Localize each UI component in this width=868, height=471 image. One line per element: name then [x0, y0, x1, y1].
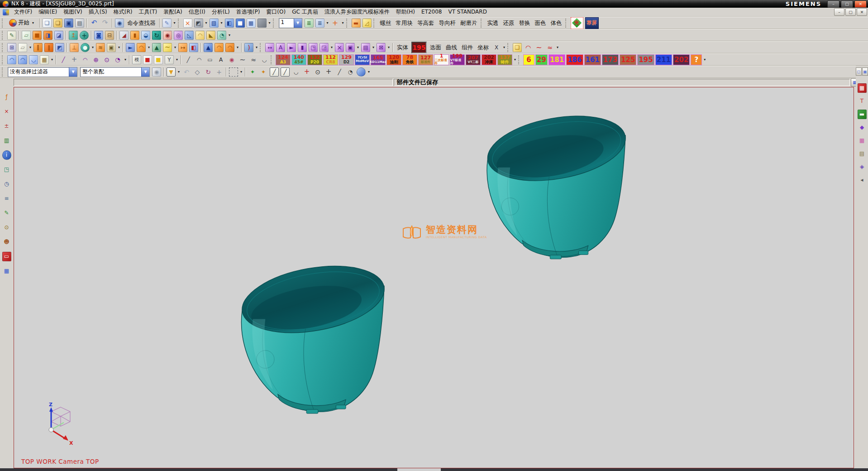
toolbar-grip[interactable]	[346, 19, 349, 28]
toolbar-grip[interactable]	[518, 55, 521, 64]
material-button-120[interactable]: 120油刚	[386, 54, 401, 65]
material-button-129[interactable]: 129D2	[339, 54, 354, 65]
dropdown-arrow[interactable]: ▾	[371, 43, 376, 53]
dropdown-arrow[interactable]: ▾	[555, 43, 560, 53]
sketch-arc-icon[interactable]: ◠	[194, 54, 204, 65]
material-button-140[interactable]: 14045#	[291, 54, 306, 65]
sync-offset-icon[interactable]: ◳	[308, 42, 318, 53]
sync-paste-face-icon[interactable]: ▤	[361, 42, 371, 53]
button-daoxianggan[interactable]: 导向杆	[437, 19, 458, 28]
wcs-icon[interactable]: +	[330, 18, 340, 28]
block-icon[interactable]: ■	[32, 30, 42, 40]
ball-feature-icon[interactable]: ●	[80, 42, 90, 53]
left-rail-icon-macro[interactable]: ƒ	[2, 92, 11, 101]
cylinder-pair-icon[interactable]: ‖	[33, 42, 43, 53]
material-button-127[interactable]: 127标准件	[418, 54, 433, 65]
menu-item-8[interactable]: 信息(I)	[186, 8, 209, 15]
button-zujian[interactable]: 组件	[459, 43, 475, 52]
left-rail-icon-list[interactable]: ≡	[2, 194, 11, 203]
left-rail-icon-search[interactable]: ⊙	[2, 223, 11, 232]
menu-item-9[interactable]: 分析(L)	[209, 8, 233, 15]
gears-icon[interactable]: ◉	[152, 67, 162, 77]
cube-icon[interactable]: ◪	[54, 30, 64, 40]
sheet-icon[interactable]: ▱	[18, 42, 28, 53]
sync-adaptive-icon[interactable]: A	[276, 42, 286, 53]
toolbar-grip[interactable]	[178, 19, 181, 28]
dropdown-arrow[interactable]: ▾	[502, 43, 506, 53]
button-luosi[interactable]: 螺丝	[378, 19, 394, 28]
snap-plus-icon[interactable]: +	[324, 67, 334, 77]
sync-resize-icon[interactable]: ▮	[297, 42, 307, 53]
angle-measure-icon[interactable]: ◿	[362, 18, 372, 28]
split-cylinder-icon[interactable]: ∥	[44, 42, 54, 53]
sphere-display-icon[interactable]	[356, 67, 366, 77]
button-zuobiao[interactable]: 坐标	[475, 43, 491, 52]
marquee-icon[interactable]	[229, 67, 238, 77]
print-icon[interactable]: ▤	[75, 18, 85, 28]
csys-x-icon[interactable]: X	[491, 42, 501, 53]
dropdown-arrow[interactable]: ▾	[123, 55, 128, 65]
torus-icon[interactable]: ◎	[173, 30, 183, 40]
dropdown-arrow[interactable]: ▾	[227, 30, 232, 40]
material-button-7CrSI[interactable]: 7CrSIMnMoV	[355, 54, 370, 65]
dropdown-arrow[interactable]: ▾	[325, 18, 330, 28]
selection-scope-combo[interactable]: 整个装配▼	[80, 67, 150, 77]
drag-icon[interactable]: +	[214, 67, 224, 77]
save-icon[interactable]: ▣	[64, 18, 74, 28]
menu-item-4[interactable]: 插入(S)	[86, 8, 110, 15]
dropdown-arrow[interactable]: ▾	[254, 43, 259, 53]
revolve-curve-icon[interactable]: )	[244, 42, 254, 53]
menu-item-3[interactable]: 视图(V)	[60, 8, 86, 15]
red-solid-box-icon[interactable]: ■	[143, 54, 153, 65]
pyramid-icon[interactable]: ▲	[152, 42, 162, 53]
dropdown-arrow[interactable]: ▾	[50, 55, 54, 65]
material-button-199[interactable]: 199VT标准件	[450, 54, 465, 65]
toolbar-grip[interactable]	[373, 19, 376, 28]
quick-button-161[interactable]: 161	[584, 54, 601, 65]
undo-icon[interactable]: ↶	[89, 18, 99, 28]
sync-delete-face-icon[interactable]: ×	[334, 42, 344, 53]
viewport-maximize-button[interactable]: ▦	[862, 67, 868, 76]
bridge-curve-icon[interactable]: ◡	[259, 54, 269, 65]
cylinder-arrow-icon[interactable]: ↦	[178, 42, 188, 53]
command-finder-label[interactable]: 命令查找器	[125, 19, 158, 28]
unite-icon[interactable]: ◙	[94, 30, 104, 40]
dropdown-arrow[interactable]: ▾	[219, 18, 224, 28]
menu-item-1[interactable]: 文件(F)	[11, 8, 35, 15]
visual-effects-icon[interactable]: ✎	[162, 18, 172, 28]
stud-icon[interactable]: ◉	[227, 54, 237, 65]
child-minimize-button[interactable]: –	[834, 8, 844, 16]
child-restore-button[interactable]: ▢	[845, 8, 856, 16]
snap-quadrant-icon[interactable]: ◔	[345, 67, 355, 77]
menu-item-13[interactable]: 流浪人异乡国度汽模标准件	[321, 8, 393, 15]
quick-button-186[interactable]: 186	[566, 54, 583, 65]
left-rail-icon-tolerance[interactable]: ±	[2, 121, 11, 130]
background-icon[interactable]	[257, 18, 267, 28]
dropdown-arrow[interactable]: ▾	[204, 18, 209, 28]
redo-icon[interactable]: ↷	[100, 18, 110, 28]
selection-filter-combo[interactable]: 没有选择过滤器▼	[8, 67, 77, 77]
command-finder-icon[interactable]: ◉	[114, 18, 124, 28]
wedge-icon[interactable]: ◺	[184, 30, 194, 40]
arc-icon[interactable]: ◠	[80, 54, 90, 65]
right-rail-icon-expand[interactable]: ◂	[858, 175, 867, 184]
face-color-cube-icon[interactable]: ◧	[189, 42, 199, 53]
material-button-132[interactable]: 132P20	[307, 54, 322, 65]
menu-item-5[interactable]: 格式(R)	[110, 8, 136, 15]
button-mianse[interactable]: 面色	[533, 19, 548, 28]
layer-combo-arrow[interactable]: ▼	[294, 19, 302, 28]
start-button[interactable]: 开始▾	[7, 18, 38, 28]
line-icon[interactable]: ╱	[58, 54, 68, 65]
right-rail-icon-reuse-library[interactable]: ◆	[858, 123, 867, 132]
left-rail-icon-cancel[interactable]: ×	[2, 107, 11, 116]
left-rail-icon-histogram[interactable]: ▥	[2, 136, 11, 145]
selection-filter-combo-arrow[interactable]: ▼	[69, 67, 77, 77]
toolbar-grip[interactable]	[507, 43, 510, 52]
view-wireframe-icon[interactable]: ▦	[246, 18, 256, 28]
sync-pattern-face-icon[interactable]: ⊠	[376, 42, 386, 53]
hole-icon[interactable]: ◉	[162, 30, 172, 40]
menu-item-11[interactable]: 窗口(O)	[263, 8, 289, 15]
dropdown-arrow[interactable]: ▾	[172, 18, 177, 28]
rib-icon[interactable]: ≋	[95, 42, 105, 53]
solid-body-1[interactable]	[482, 106, 630, 259]
